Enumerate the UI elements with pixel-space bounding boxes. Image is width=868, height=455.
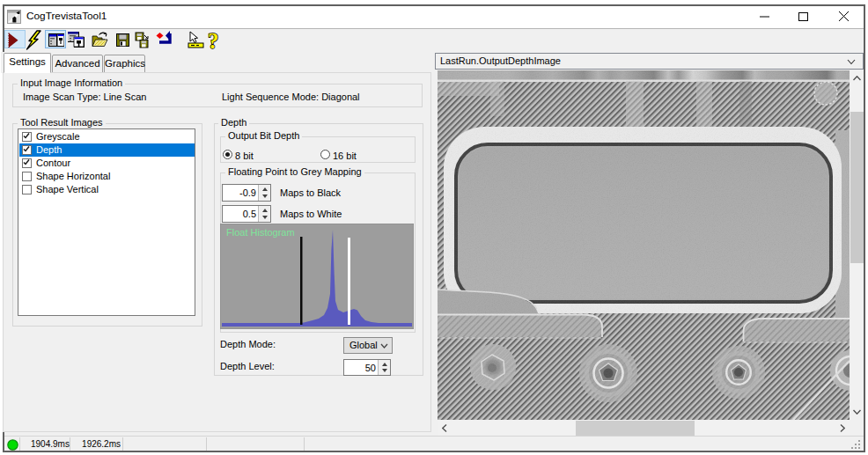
svg-text:Float Histogram: Float Histogram <box>226 227 295 238</box>
svg-text:?: ? <box>208 29 219 53</box>
